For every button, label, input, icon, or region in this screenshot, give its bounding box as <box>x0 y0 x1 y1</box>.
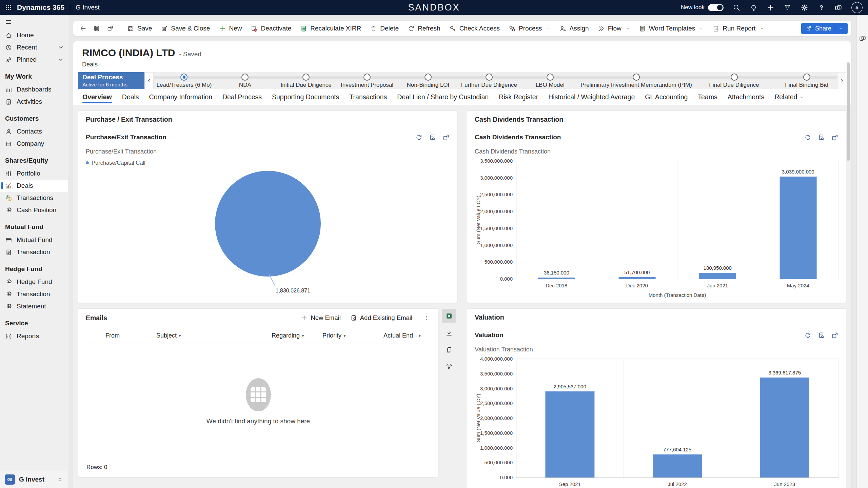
back-arrow-button[interactable] <box>77 22 90 35</box>
new-email-button[interactable]: New Email <box>301 314 340 322</box>
popout-icon[interactable] <box>831 332 839 339</box>
sidebar-item-pinned[interactable]: Pinned <box>0 54 68 66</box>
tab-company-information[interactable]: Company Information <box>149 89 212 105</box>
tab-deal-process[interactable]: Deal Process <box>222 89 262 105</box>
sidebar-item-reports[interactable]: Reports <box>0 330 68 342</box>
new-button[interactable]: New <box>215 22 246 35</box>
bpf-stage-initial-due-diligence[interactable]: Initial Due Diligence <box>276 72 337 89</box>
sidebar-item-transaction[interactable]: Transaction <box>0 288 68 300</box>
sidebar-item-deals[interactable]: Deals <box>0 180 68 192</box>
flow-button[interactable]: Flow <box>594 22 634 35</box>
word-templates-button[interactable]: Word Templates <box>635 22 708 35</box>
view-records-icon[interactable] <box>818 332 825 339</box>
refresh-icon[interactable] <box>415 134 422 141</box>
tab-transactions[interactable]: Transactions <box>349 89 387 105</box>
sidebar-item-home[interactable]: Home <box>0 29 68 41</box>
bpf-stage-final-binding-bid[interactable]: Final Binding Bid <box>776 72 837 89</box>
cash-dividends-bar-chart[interactable]: Sum (Net Value LCY)3,500,000.0003,000,00… <box>475 161 839 298</box>
bar-dec-2020[interactable]: 51,700.000 <box>618 277 655 279</box>
bar-dec-2018[interactable]: 36,150.000 <box>538 278 575 279</box>
sidebar-item-transactions[interactable]: $$Transactions <box>0 192 68 204</box>
bpf-stage-lead-treasers-6-mo-[interactable]: Lead/Treasers (6 Mo) <box>154 72 215 89</box>
user-avatar[interactable]: # <box>851 2 863 13</box>
check-access-button[interactable]: Check Access <box>445 22 504 35</box>
refresh-icon[interactable] <box>804 134 811 141</box>
tab-overview[interactable]: Overview <box>82 89 112 105</box>
bpf-stage-non-binding-loi[interactable]: Non-Binding LOI <box>398 72 459 89</box>
copilot-icon[interactable] <box>834 4 842 12</box>
area-switcher[interactable]: GI G Invest <box>0 471 68 488</box>
brand-title[interactable]: Dynamics 365 <box>17 3 64 12</box>
share-button[interactable]: Share <box>801 23 848 34</box>
column-header-subject[interactable]: Subject▾ <box>156 332 272 339</box>
sidebar-item-recent[interactable]: Recent <box>0 41 68 54</box>
column-header-priority[interactable]: Priority▾ <box>322 332 383 339</box>
tab-teams[interactable]: Teams <box>698 89 717 105</box>
bar-sep-2021[interactable]: 2,905,537.000 <box>545 391 594 477</box>
bpf-stage-investment-proposal[interactable]: Investment Proposal <box>337 72 398 89</box>
bpf-stage-preliminary-investment-memorandum-pim-[interactable]: Preliminary Investment Memorandum (PIM) <box>580 72 692 89</box>
save-button[interactable]: Save <box>123 22 156 35</box>
tab-related[interactable]: Related <box>774 89 804 105</box>
bpf-scroll-left-button[interactable] <box>144 72 154 89</box>
sidebar-item-transaction[interactable]: Transaction <box>0 246 68 258</box>
process-button[interactable]: Process <box>505 22 555 35</box>
assign-button[interactable]: Assign <box>555 22 593 35</box>
new-look-toggle[interactable] <box>708 4 724 11</box>
refresh-icon[interactable] <box>804 332 811 339</box>
popout-button[interactable] <box>104 22 117 35</box>
column-header-actual-end[interactable]: Actual End↓ ▾ <box>383 332 431 339</box>
sidebar-item-cash-position[interactable]: Cash Position <box>0 204 68 216</box>
column-header-from[interactable]: From <box>105 332 156 339</box>
sidebar-item-hedge-fund[interactable]: Hedge Fund <box>0 276 68 288</box>
sidebar-item-statement[interactable]: Statement <box>0 300 68 312</box>
record-set-button[interactable] <box>90 22 103 35</box>
gear-icon[interactable] <box>801 4 808 12</box>
save-close-button[interactable]: Save & Close <box>157 22 214 35</box>
tab-supporting-documents[interactable]: Supporting Documents <box>272 89 339 105</box>
sidebar-item-contacts[interactable]: Contacts <box>0 125 68 138</box>
bpf-process-chip[interactable]: Deal Process Active for 6 months <box>78 72 144 89</box>
tab-attachments[interactable]: Attachments <box>728 89 764 105</box>
deactivate-button[interactable]: Deactivate <box>246 22 295 35</box>
delete-button[interactable]: Delete <box>366 22 403 35</box>
search-icon[interactable] <box>733 4 741 12</box>
bar-may-2024[interactable]: 3,039,000.000 <box>780 177 816 279</box>
bpf-scroll-right-button[interactable] <box>837 72 846 89</box>
sidebar-item-mutual-fund[interactable]: Mutual Fund <box>0 234 68 246</box>
sidebar-item-activities[interactable]: Activities <box>0 96 68 108</box>
view-records-icon[interactable] <box>818 134 825 141</box>
bpf-stage-final-due-diligence[interactable]: Final Due Diligence <box>692 72 776 89</box>
valuation-bar-chart[interactable]: Sum (Net Value LCY)4,000,000.0003,500,00… <box>475 359 839 488</box>
pie-chart[interactable]: 1,830,026.871 <box>214 171 322 303</box>
app-name[interactable]: G Invest <box>76 4 100 11</box>
tab-risk-register[interactable]: Risk Register <box>499 89 538 105</box>
bpf-stage-further-due-diligence[interactable]: Further Due Diligence <box>458 72 519 89</box>
download-button[interactable] <box>442 326 456 340</box>
popout-icon[interactable] <box>442 134 450 141</box>
tab-gl-accounting[interactable]: GL Accounting <box>645 89 688 105</box>
scrollbar-thumb[interactable] <box>847 62 850 161</box>
tab-historical-weighted-average[interactable]: Historical / Weighted Average <box>548 89 635 105</box>
bpf-stage-lbo-model[interactable]: LBO Model <box>519 72 580 89</box>
sidebar-item-portfolio[interactable]: Portfolio <box>0 167 68 180</box>
view-records-icon[interactable] <box>429 134 436 141</box>
funnel-icon[interactable] <box>784 4 791 12</box>
column-header-regarding[interactable]: Regarding▾ <box>272 332 322 339</box>
add-existing-email-button[interactable]: Add Existing Email <box>350 314 412 322</box>
sitemap-collapse-button[interactable] <box>0 15 68 29</box>
sidebar-item-company[interactable]: Company <box>0 138 68 150</box>
copilot-icon[interactable] <box>859 35 866 42</box>
popout-icon[interactable] <box>831 134 839 141</box>
bar-jul-2022[interactable]: 777,604.125 <box>653 454 702 477</box>
run-report-button[interactable]: Run Report <box>708 22 768 35</box>
bar-jun-2021[interactable]: 180,950.000 <box>699 273 736 279</box>
bulb-icon[interactable] <box>750 4 757 12</box>
flow-mini-button[interactable] <box>442 360 456 373</box>
copy-doc-button[interactable] <box>442 343 456 357</box>
tab-deals[interactable]: Deals <box>122 89 139 105</box>
pie-slice-purchase-capital-call[interactable] <box>215 171 321 277</box>
bpf-stage-nda[interactable]: NDA <box>215 72 276 89</box>
vertical-scrollbar[interactable] <box>847 62 850 486</box>
help-icon[interactable] <box>817 4 825 12</box>
